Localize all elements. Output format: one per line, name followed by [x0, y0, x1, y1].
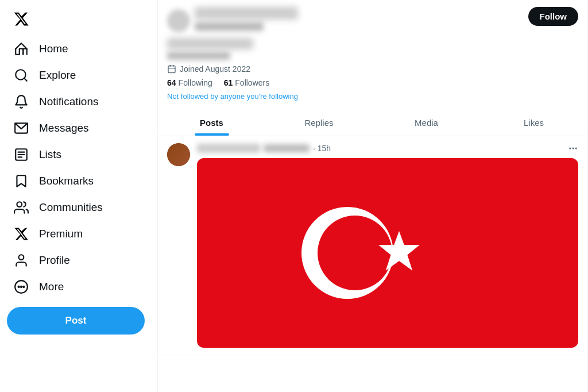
post-button[interactable]: Post: [7, 307, 145, 335]
sidebar: Home Explore Notifications Messages: [0, 0, 158, 392]
tab-posts[interactable]: Posts: [158, 110, 265, 136]
svg-point-7: [17, 202, 22, 207]
tweet-name-blurred: [197, 144, 260, 153]
svg-point-12: [23, 286, 24, 287]
sidebar-item-messages[interactable]: Messages: [7, 115, 150, 141]
calendar-icon: [167, 64, 176, 74]
star-svg: [376, 229, 422, 275]
svg-point-8: [19, 255, 24, 260]
profile-handle-blurred: [195, 22, 264, 31]
sidebar-item-home[interactable]: Home: [7, 36, 150, 62]
tweet-handle-blurred: [264, 144, 310, 152]
sidebar-label-more: More: [39, 280, 64, 293]
sidebar-item-notifications[interactable]: Notifications: [7, 89, 150, 115]
joined-row: Joined August 2022: [158, 60, 587, 76]
x-logo[interactable]: [7, 5, 36, 33]
followers-count: 61: [224, 78, 233, 87]
profile-tabs: Posts Replies Media Likes: [158, 110, 587, 136]
svg-point-18: [572, 148, 574, 149]
tweet-more-button[interactable]: [568, 143, 578, 153]
tweet-content: · 15h: [197, 143, 578, 348]
profile-name-blurred: [195, 7, 298, 20]
sidebar-item-premium[interactable]: Premium: [7, 221, 150, 247]
profile-header: Follow: [158, 0, 587, 60]
sidebar-label-explore: Explore: [39, 69, 76, 82]
avatar: [167, 9, 190, 32]
main-content: Follow Joined August 2022 64 Following 6…: [158, 0, 588, 392]
svg-marker-20: [378, 231, 420, 271]
tweet-item: · 15h: [158, 136, 587, 355]
following-stat[interactable]: 64 Following: [167, 78, 212, 87]
svg-point-17: [569, 148, 571, 149]
profile-handle2-blurred: [167, 52, 230, 60]
tweet-avatar: [167, 143, 190, 166]
sidebar-label-bookmarks: Bookmarks: [39, 175, 94, 187]
tab-replies[interactable]: Replies: [265, 110, 373, 136]
sidebar-item-communities[interactable]: Communities: [7, 194, 150, 221]
sidebar-item-more[interactable]: More: [7, 274, 150, 300]
sidebar-label-home: Home: [39, 43, 68, 55]
follow-button[interactable]: Follow: [528, 7, 579, 26]
sidebar-item-lists[interactable]: Lists: [7, 141, 150, 168]
following-row: 64 Following 61 Followers: [158, 76, 587, 90]
followers-label: Followers: [235, 78, 269, 87]
sidebar-label-communities: Communities: [39, 201, 103, 214]
sidebar-label-notifications: Notifications: [39, 95, 99, 108]
sidebar-label-profile: Profile: [39, 254, 70, 267]
sidebar-item-explore[interactable]: Explore: [7, 62, 150, 89]
svg-point-10: [18, 286, 20, 287]
profile-name2-blurred: [167, 38, 253, 49]
sidebar-item-profile[interactable]: Profile: [7, 247, 150, 274]
sidebar-label-premium: Premium: [39, 228, 83, 240]
not-followed-text: Not followed by anyone you're following: [158, 90, 587, 107]
svg-rect-13: [168, 66, 175, 73]
joined-text: Joined August 2022: [180, 64, 250, 74]
svg-point-11: [21, 286, 22, 287]
tweet-meta: · 15h: [197, 143, 578, 153]
turkish-flag: [197, 158, 578, 348]
tweet-image-flag: [197, 158, 578, 348]
followers-stat[interactable]: 61 Followers: [224, 78, 269, 87]
tab-media[interactable]: Media: [373, 110, 480, 136]
tweet-meta-left: · 15h: [197, 144, 331, 153]
tab-likes[interactable]: Likes: [480, 110, 587, 136]
svg-line-1: [24, 78, 27, 81]
svg-point-19: [575, 148, 577, 149]
following-count: 64: [167, 78, 176, 87]
tweet-time: · 15h: [313, 144, 331, 153]
sidebar-item-bookmarks[interactable]: Bookmarks: [7, 168, 150, 194]
profile-info: [167, 7, 298, 60]
crescent-star-group: [301, 207, 439, 299]
following-label: Following: [179, 78, 212, 87]
sidebar-label-messages: Messages: [39, 122, 89, 134]
star-shape: [376, 229, 422, 277]
sidebar-label-lists: Lists: [39, 148, 61, 161]
